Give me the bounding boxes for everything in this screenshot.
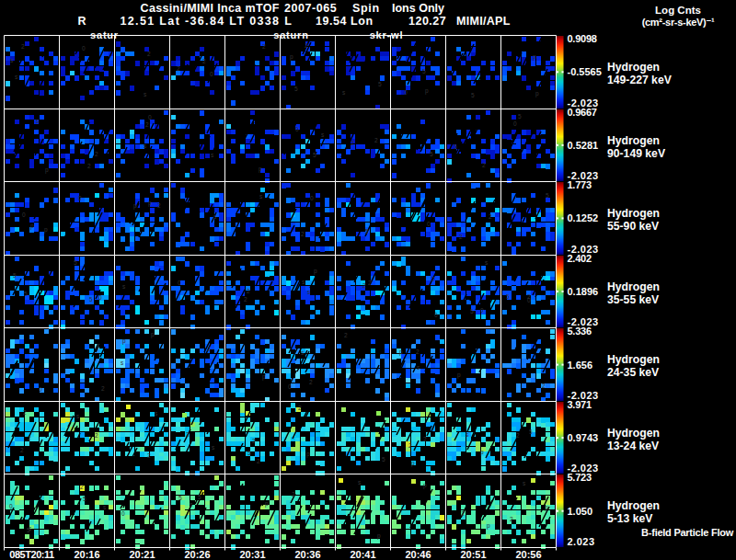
svg-text:satur: satur xyxy=(90,29,119,40)
svg-text:-0.5565: -0.5565 xyxy=(568,66,602,77)
svg-text:2: 2 xyxy=(23,409,27,416)
svg-text:35-55 keV: 35-55 keV xyxy=(607,293,660,306)
svg-text:2: 2 xyxy=(527,293,531,300)
svg-text:(cm²-sr-s-keV)⁻¹: (cm²-sr-s-keV)⁻¹ xyxy=(642,17,715,28)
svg-text:2: 2 xyxy=(252,438,256,444)
svg-text:0: 0 xyxy=(148,114,152,120)
svg-text:p: p xyxy=(535,90,539,97)
svg-text:5: 5 xyxy=(365,228,369,234)
svg-text:5: 5 xyxy=(89,296,93,303)
svg-text:2: 2 xyxy=(298,405,302,411)
svg-text:2: 2 xyxy=(292,491,295,497)
svg-text:2: 2 xyxy=(510,516,513,522)
svg-text:1.050: 1.050 xyxy=(568,506,593,517)
svg-text:5: 5 xyxy=(454,143,457,150)
svg-text:R: R xyxy=(78,15,86,28)
svg-text:p: p xyxy=(30,223,34,230)
svg-text:p: p xyxy=(148,200,152,207)
svg-text:5: 5 xyxy=(198,494,201,500)
svg-text:2: 2 xyxy=(157,202,161,209)
svg-text:2: 2 xyxy=(431,276,435,282)
svg-text:5: 5 xyxy=(313,152,316,158)
svg-text:149-227 keV: 149-227 keV xyxy=(607,74,673,86)
svg-text:Hydrogen: Hydrogen xyxy=(607,353,660,366)
svg-text:2: 2 xyxy=(247,288,250,294)
svg-text:5: 5 xyxy=(74,259,77,266)
svg-text:p: p xyxy=(151,331,155,338)
svg-text:0: 0 xyxy=(480,307,484,314)
svg-text:0.9743: 0.9743 xyxy=(568,432,599,443)
svg-text:p: p xyxy=(133,202,137,210)
svg-text:0.9098: 0.9098 xyxy=(568,33,597,44)
svg-text:2: 2 xyxy=(309,379,313,385)
svg-text:2: 2 xyxy=(28,435,31,441)
svg-text:2: 2 xyxy=(489,213,492,220)
svg-text:0.1252: 0.1252 xyxy=(568,212,599,223)
svg-text:2: 2 xyxy=(344,332,348,338)
svg-text:0.1896: 0.1896 xyxy=(568,286,599,297)
svg-text:24-35 keV: 24-35 keV xyxy=(607,366,660,379)
svg-text:Hydrogen: Hydrogen xyxy=(607,134,660,147)
svg-text:2.402: 2.402 xyxy=(568,253,592,264)
svg-text:5: 5 xyxy=(422,68,426,74)
svg-text:5: 5 xyxy=(430,151,433,157)
svg-text:2: 2 xyxy=(257,458,260,464)
svg-text:1.773: 1.773 xyxy=(568,179,592,190)
svg-text:20:51: 20:51 xyxy=(460,549,486,560)
svg-text:2: 2 xyxy=(80,484,84,490)
svg-text:2: 2 xyxy=(87,163,91,169)
svg-text:5: 5 xyxy=(382,456,385,463)
svg-text:p: p xyxy=(425,87,429,95)
svg-text:Hydrogen: Hydrogen xyxy=(607,61,660,74)
svg-text:5: 5 xyxy=(24,291,28,297)
svg-text:0: 0 xyxy=(404,89,408,96)
svg-text:5.336: 5.336 xyxy=(568,326,592,337)
svg-text:p: p xyxy=(306,451,310,458)
svg-text:3.971: 3.971 xyxy=(568,399,592,410)
svg-text:5.723: 5.723 xyxy=(568,472,592,483)
svg-text:90-149 keV: 90-149 keV xyxy=(607,147,666,160)
svg-text:2: 2 xyxy=(516,432,520,439)
svg-text:p: p xyxy=(290,53,293,61)
svg-text:20:31: 20:31 xyxy=(239,549,265,560)
svg-text:0: 0 xyxy=(427,221,431,227)
svg-text:0: 0 xyxy=(98,294,102,301)
svg-text:B-field Particle Flow: B-field Particle Flow xyxy=(641,527,734,538)
svg-text:5: 5 xyxy=(529,429,533,435)
svg-text:085T20:11: 085T20:11 xyxy=(9,549,54,560)
svg-text:2: 2 xyxy=(202,58,206,64)
svg-text:2.023: 2.023 xyxy=(568,536,595,547)
svg-text:2: 2 xyxy=(416,349,420,355)
svg-text:p: p xyxy=(411,460,415,467)
svg-text:2: 2 xyxy=(368,280,372,286)
svg-text:2: 2 xyxy=(95,432,98,439)
svg-text:2: 2 xyxy=(408,442,412,449)
svg-text:20:21: 20:21 xyxy=(129,549,155,560)
svg-text:0: 0 xyxy=(513,120,517,127)
svg-text:2: 2 xyxy=(207,346,211,352)
svg-text:2: 2 xyxy=(362,282,366,289)
svg-text:p: p xyxy=(487,522,490,530)
svg-text:5: 5 xyxy=(83,496,86,502)
svg-text:0: 0 xyxy=(121,510,125,517)
svg-text:0: 0 xyxy=(295,126,299,132)
svg-text:0.5281: 0.5281 xyxy=(568,140,599,151)
svg-text:0: 0 xyxy=(178,280,181,286)
svg-text:0.9667: 0.9667 xyxy=(568,107,597,118)
svg-text:2: 2 xyxy=(145,121,149,128)
svg-text:2: 2 xyxy=(186,431,190,438)
svg-text:20:41: 20:41 xyxy=(350,549,375,560)
svg-text:1.656: 1.656 xyxy=(568,360,593,371)
svg-text:120.27: 120.27 xyxy=(408,15,446,28)
svg-text:19.54 Lon: 19.54 Lon xyxy=(316,15,374,28)
svg-text:2: 2 xyxy=(374,137,378,143)
svg-text:Hydrogen: Hydrogen xyxy=(607,207,660,220)
svg-text:20:56: 20:56 xyxy=(515,549,541,560)
svg-text:2: 2 xyxy=(95,151,98,157)
svg-text:p: p xyxy=(122,337,126,345)
svg-text:2: 2 xyxy=(244,296,247,303)
svg-text:2: 2 xyxy=(459,234,463,240)
svg-text:2: 2 xyxy=(461,510,465,517)
svg-text:5: 5 xyxy=(471,92,475,98)
svg-text:p: p xyxy=(545,504,548,511)
